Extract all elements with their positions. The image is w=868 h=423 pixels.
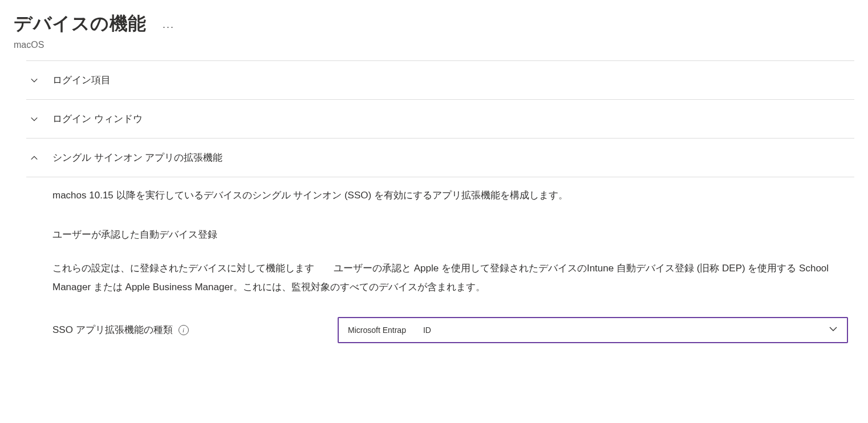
sso-sub-heading: ユーザーが承認した自動デバイス登録 <box>52 227 854 242</box>
section-label: ログイン ウィンドウ <box>52 112 143 125</box>
sso-type-select[interactable]: Microsoft Entrap ID <box>338 317 848 343</box>
section-login-window[interactable]: ログイン ウィンドウ <box>26 99 854 138</box>
info-icon[interactable]: i <box>179 325 189 335</box>
select-value-a: Microsoft Entrap <box>348 326 406 335</box>
more-options-button[interactable]: ··· <box>163 21 175 33</box>
sso-description: machos 10.15 以降を実行しているデバイスのシングル サインオン (S… <box>52 188 854 203</box>
section-label: シングル サインオン アプリの拡張機能 <box>52 151 222 164</box>
section-sso-app-extension[interactable]: シングル サインオン アプリの拡張機能 <box>26 138 854 177</box>
chevron-down-icon <box>829 324 838 336</box>
section-label: ログイン項目 <box>52 74 111 87</box>
chevron-up-icon <box>26 154 42 162</box>
sso-field-label-text: SSO アプリ拡張機能の種類 <box>52 323 173 336</box>
section-login-items[interactable]: ログイン項目 <box>26 60 854 99</box>
chevron-down-icon <box>26 76 42 84</box>
chevron-down-icon <box>26 115 42 123</box>
select-value-b: ID <box>423 326 431 335</box>
sso-field-label: SSO アプリ拡張機能の種類 i <box>52 323 338 336</box>
sso-paragraph: これらの設定は、に登録されたデバイスに対して機能します ユーザーの承認と App… <box>52 259 839 296</box>
section-body-sso: machos 10.15 以降を実行しているデバイスのシングル サインオン (S… <box>26 177 854 349</box>
page-subtitle: macOS <box>14 40 854 50</box>
page-title: デバイスの機能 <box>14 11 147 36</box>
